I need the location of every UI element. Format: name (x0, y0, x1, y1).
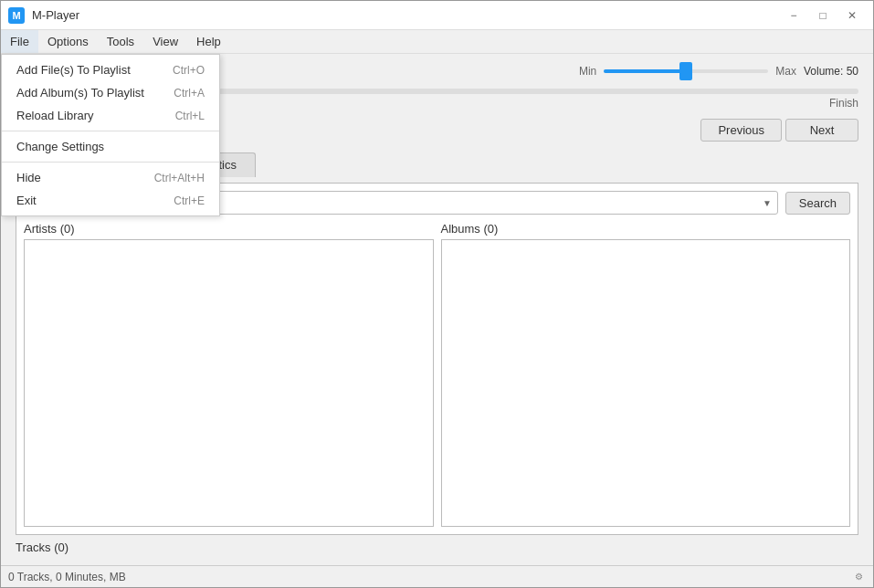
chevron-down-icon: ▼ (763, 198, 772, 208)
statusbar: 0 Tracks, 0 Minutes, MB ⚙ (1, 565, 873, 587)
menu-add-files[interactable]: Add File(s) To Playlist Ctrl+O (2, 58, 219, 81)
maximize-button[interactable]: □ (809, 5, 837, 26)
menu-reload-library[interactable]: Reload Library Ctrl+L (2, 104, 219, 127)
albums-label: Albums (0) (441, 222, 851, 236)
window-title: M-Player (32, 8, 79, 22)
minimize-button[interactable]: − (780, 5, 807, 26)
tracks-section: Tracks (0) (8, 541, 866, 558)
artists-albums-row: Artists (0) Albums (0) (24, 222, 850, 527)
transport-right: Previous Next (700, 119, 858, 142)
artists-list[interactable] (24, 239, 434, 527)
previous-button[interactable]: Previous (700, 119, 782, 142)
menu-options[interactable]: Options (38, 30, 98, 53)
menu-file[interactable]: File Add File(s) To Playlist Ctrl+O Add … (1, 30, 38, 53)
statusbar-text: 0 Tracks, 0 Minutes, MB (8, 571, 126, 583)
statusbar-icon: ⚙ (851, 570, 866, 584)
volume-thumb[interactable] (679, 62, 692, 80)
albums-panel: Albums (0) (441, 222, 851, 527)
volume-slider-filled (604, 69, 686, 73)
volume-max-label: Max (775, 65, 796, 78)
menu-hide[interactable]: Hide Ctrl+Alt+H (2, 166, 219, 189)
menu-help[interactable]: Help (187, 30, 230, 53)
volume-slider[interactable] (604, 69, 768, 73)
volume-min-label: Min (579, 65, 596, 78)
library-panel: Select Playing ▼ Search Artists (0) Albu… (16, 183, 858, 535)
title-bar-left: M M-Player (8, 7, 79, 24)
main-window: M M-Player − □ ✕ File Add File(s) To Pla… (0, 0, 874, 588)
menu-separator-2 (2, 162, 219, 163)
menu-separator-1 (2, 131, 219, 131)
menu-tools[interactable]: Tools (98, 30, 143, 53)
menubar: File Add File(s) To Playlist Ctrl+O Add … (1, 30, 873, 54)
statusbar-right: ⚙ (851, 570, 866, 584)
progress-finish-label: Finish (829, 97, 858, 110)
close-button[interactable]: ✕ (838, 5, 866, 26)
app-icon: M (8, 7, 25, 24)
file-dropdown-menu: Add File(s) To Playlist Ctrl+O Add Album… (1, 54, 220, 216)
menu-exit[interactable]: Exit Ctrl+E (2, 189, 219, 212)
search-button[interactable]: Search (785, 192, 850, 215)
artists-panel: Artists (0) (24, 222, 434, 527)
title-controls: − □ ✕ (780, 5, 866, 26)
menu-add-albums[interactable]: Add Album(s) To Playlist Ctrl+A (2, 81, 219, 104)
next-button[interactable]: Next (785, 119, 858, 142)
artists-label: Artists (0) (24, 222, 434, 236)
tracks-label: Tracks (0) (16, 541, 68, 554)
volume-value: Volume: 50 (804, 65, 858, 78)
menu-change-settings[interactable]: Change Settings (2, 135, 219, 158)
albums-list[interactable] (441, 239, 851, 527)
menu-view[interactable]: View (143, 30, 187, 53)
title-bar: M M-Player − □ ✕ (1, 1, 873, 30)
